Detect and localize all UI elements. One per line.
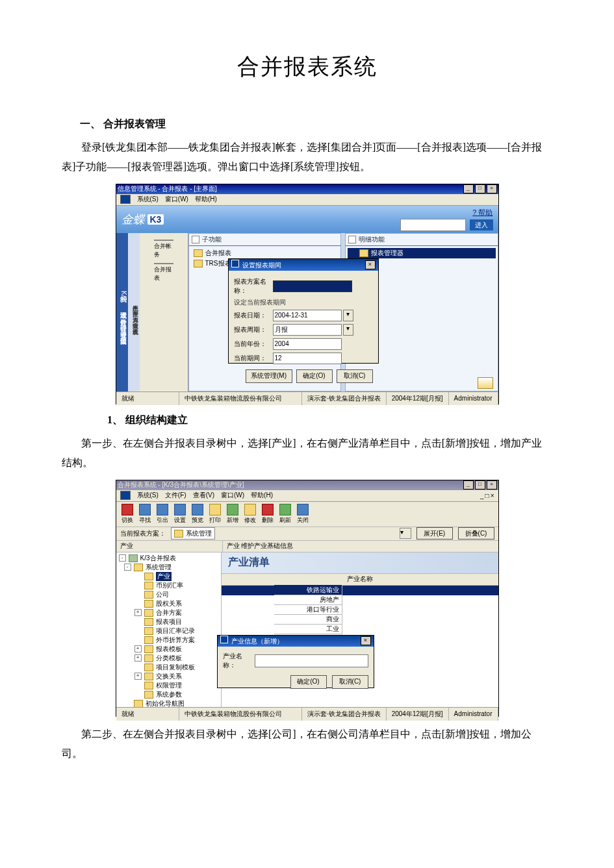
toolbar-icon xyxy=(174,504,186,515)
tree-node[interactable]: -K/3合并报表 xyxy=(118,554,220,563)
child-close-button[interactable]: × xyxy=(491,492,494,499)
minimize-button[interactable]: _ xyxy=(463,480,474,490)
expand-icon[interactable]: - xyxy=(124,564,131,571)
menu-window[interactable]: 窗口(W) xyxy=(165,195,188,204)
tree-node[interactable]: 报表项目 xyxy=(118,617,220,626)
menu-window[interactable]: 窗口(W) xyxy=(221,491,244,500)
collapse-button[interactable]: 折叠(C) xyxy=(458,527,494,539)
tree-node[interactable]: 权限管理 xyxy=(118,681,220,690)
list-row[interactable]: 港口等行业 xyxy=(222,605,498,615)
toolbar-button-删除[interactable]: 删除 xyxy=(259,504,276,525)
toolbar-label: 切换 xyxy=(122,516,133,525)
nav-strip-secondary[interactable]: 生产系统 生产管理 人力资源 企业绩效 系统设置 xyxy=(128,233,140,391)
toolbar-label: 删除 xyxy=(262,516,274,525)
dropdown-icon[interactable]: ▾ xyxy=(343,310,353,321)
tree-node-label: 公司 xyxy=(156,590,169,599)
toolbar-icon xyxy=(192,504,203,515)
toolbar-icon xyxy=(157,504,168,515)
tree-node[interactable]: +分类模板 xyxy=(118,654,220,663)
list-cell-industry-name: 房地产 xyxy=(274,595,342,605)
tree-node[interactable]: 项目汇率记录 xyxy=(118,626,220,636)
expand-icon[interactable]: - xyxy=(119,554,126,562)
toolbar-button-打印[interactable]: 打印 xyxy=(207,504,224,525)
toolbar-button-修改[interactable]: 修改 xyxy=(242,504,259,525)
tree-node[interactable]: 币别/汇率 xyxy=(118,581,220,590)
search-input[interactable] xyxy=(400,219,466,231)
toolbar-button-刷新[interactable]: 刷新 xyxy=(277,504,294,525)
report-date-input[interactable] xyxy=(273,310,342,321)
menu-help[interactable]: 帮助(H) xyxy=(251,491,273,500)
enter-button[interactable]: 进入 xyxy=(470,219,493,230)
industry-name-input[interactable] xyxy=(255,654,368,667)
dialog-close-button[interactable]: × xyxy=(361,636,371,645)
tree-node[interactable]: 公司 xyxy=(118,590,220,599)
current-plan-indicator[interactable]: 系统管理 xyxy=(171,527,215,539)
tree-node[interactable]: +合并方案 xyxy=(118,608,220,617)
dialog-close-button[interactable]: × xyxy=(365,260,376,269)
maximize-button[interactable]: □ xyxy=(475,184,485,193)
side-icon-merge-account[interactable]: 合并帐务 xyxy=(154,240,173,258)
toolbar-button-引出[interactable]: 引出 xyxy=(154,504,171,525)
maximize-button[interactable]: □ xyxy=(475,480,485,490)
tree-item-merge-report[interactable]: 合并报表 xyxy=(191,248,339,258)
minimize-button[interactable]: _ xyxy=(463,184,474,193)
child-maximize-button[interactable]: □ xyxy=(485,492,489,499)
tree-node[interactable]: 外币折算方案 xyxy=(118,636,220,645)
expand-icon[interactable]: + xyxy=(134,609,142,616)
help-link[interactable]: ? 帮助 xyxy=(472,208,492,216)
tree-node[interactable]: -系统管理 xyxy=(118,563,220,572)
toolbar-button-寻找[interactable]: 寻找 xyxy=(136,504,153,525)
side-icon-merge-report[interactable]: 合并报表 xyxy=(154,263,173,281)
toolbar-button-设置[interactable]: 设置 xyxy=(172,504,188,525)
dropdown-icon[interactable]: ▾ xyxy=(343,324,353,336)
tree-item-report-manager[interactable]: 报表管理器 xyxy=(348,248,496,258)
list-row[interactable]: 商业 xyxy=(222,615,498,625)
expand-icon[interactable]: + xyxy=(134,645,142,652)
tree-node-label: K/3合并报表 xyxy=(140,554,176,563)
tree-node[interactable]: 系统参数 xyxy=(118,690,220,699)
list-row[interactable]: 工业 xyxy=(222,625,498,634)
close-button[interactable]: × xyxy=(487,480,497,490)
toolbar-button-新增[interactable]: 新增 xyxy=(224,504,241,525)
list-row[interactable]: 铁路运输业 xyxy=(222,586,498,595)
current-period-input[interactable] xyxy=(273,353,342,364)
menu-help[interactable]: 帮助(H) xyxy=(195,195,217,204)
cancel-button[interactable]: 取消(C) xyxy=(337,369,373,383)
menu-file[interactable]: 文件(F) xyxy=(165,491,186,500)
paragraph-3: 第二步、在左侧合并报表目录树中，选择[公司]，在右侧公司清单栏目中，点击[新增]… xyxy=(62,725,552,764)
column-header-detail: 明细功能 xyxy=(345,233,498,246)
report-cycle-input[interactable] xyxy=(273,324,342,336)
ok-button[interactable]: 确定(O) xyxy=(290,675,327,689)
close-button[interactable]: × xyxy=(487,184,497,193)
cancel-button[interactable]: 取消(C) xyxy=(332,675,368,689)
toolbar-button-切换[interactable]: 切换 xyxy=(119,504,136,525)
toolbar-button-关闭[interactable]: 关闭 xyxy=(294,504,311,525)
tree-node[interactable]: 产业 xyxy=(118,572,220,581)
ok-button[interactable]: 确定(O) xyxy=(296,369,333,383)
system-manage-button[interactable]: 系统管理(M) xyxy=(246,369,292,383)
dialog-titlebar: 产业信息（新增） × xyxy=(218,636,374,647)
plan-name-combo[interactable] xyxy=(273,280,352,292)
tree-node-label: 报表模板 xyxy=(156,645,182,654)
tree-node[interactable]: 股权关系 xyxy=(118,599,220,608)
plan-combo-dropdown[interactable]: ▾ xyxy=(400,528,411,539)
toolbar-button-预览[interactable]: 预览 xyxy=(189,504,206,525)
child-minimize-button[interactable]: _ xyxy=(480,492,484,499)
tree-node[interactable]: +交换关系 xyxy=(118,672,220,681)
square-icon xyxy=(348,236,356,243)
menu-system[interactable]: 系统(S) xyxy=(137,195,159,204)
status-company: 中铁铁龙集装箱物流股份有限公司 xyxy=(179,708,302,721)
tree-node[interactable]: +报表模板 xyxy=(118,645,220,654)
list-column-header: 产业名称 xyxy=(222,574,498,586)
expand-icon[interactable]: + xyxy=(134,654,142,662)
menu-system[interactable]: 系统(S) xyxy=(137,491,159,500)
brand-k3-badge: K3 xyxy=(147,214,164,225)
menu-view[interactable]: 查看(V) xyxy=(193,491,214,500)
current-year-input[interactable] xyxy=(273,338,342,350)
list-row[interactable]: 房地产 xyxy=(222,595,498,605)
tree-node[interactable]: 项目复制模板 xyxy=(118,663,220,672)
nav-strip-left[interactable]: 我的K/3 成本管理 财务会计 管理会计 资金管理 集团管理 xyxy=(116,233,128,391)
tree-node[interactable]: 初始化导航图 xyxy=(118,699,220,707)
expand-icon[interactable]: + xyxy=(134,673,142,680)
expand-button[interactable]: 展开(E) xyxy=(416,527,453,539)
